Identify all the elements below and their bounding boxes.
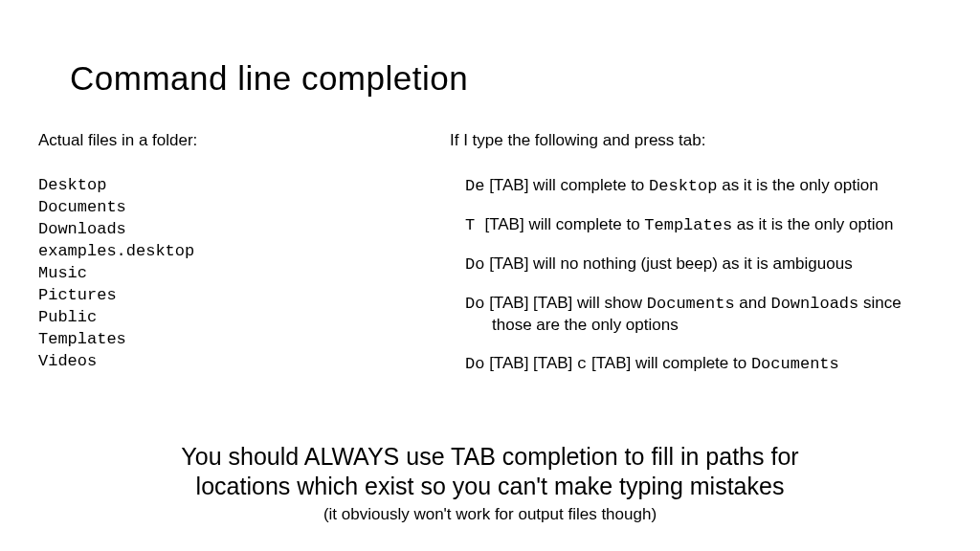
body-text: [TAB] will no nothing (just beep) as it … xyxy=(484,254,852,273)
body-text: since xyxy=(858,294,901,312)
file-item: examples.desktop xyxy=(38,241,421,263)
body-text: [TAB] will complete to xyxy=(484,215,644,233)
mono-text: Templates xyxy=(644,216,732,234)
slide-title: Command line completion xyxy=(70,59,468,98)
example-item: De [TAB] will complete to Desktop as it … xyxy=(450,175,957,197)
file-item: Pictures xyxy=(38,285,421,307)
file-item: Documents xyxy=(38,197,421,219)
examples-list: De [TAB] will complete to Desktop as it … xyxy=(450,175,957,376)
body-text: those are the only options xyxy=(492,316,679,334)
mono-text: Documents xyxy=(751,355,839,373)
mono-text: Do xyxy=(465,355,484,373)
mono-text: Do xyxy=(465,295,484,313)
body-text: [TAB] will complete to xyxy=(587,354,751,372)
mono-text: Downloads xyxy=(770,295,858,313)
body-text: [TAB] will complete to xyxy=(484,176,649,194)
example-item: Do [TAB] [TAB] will show Documents and D… xyxy=(450,293,957,336)
file-item: Templates xyxy=(38,329,421,351)
file-item: Videos xyxy=(38,351,421,373)
file-item: Public xyxy=(38,307,421,329)
body-text: [TAB] [TAB] xyxy=(484,354,577,372)
file-item: Music xyxy=(38,263,421,285)
file-item: Desktop xyxy=(38,175,421,197)
example-item: Do [TAB] will no nothing (just beep) as … xyxy=(450,253,957,276)
example-continuation: those are the only options xyxy=(465,315,957,336)
footer: You should ALWAYS use TAB completion to … xyxy=(0,442,980,525)
right-column: If I type the following and press tab: D… xyxy=(450,131,957,393)
mono-text: T xyxy=(465,216,484,234)
file-list: DesktopDocumentsDownloadsexamples.deskto… xyxy=(38,175,421,372)
footer-sub: (it obviously won't work for output file… xyxy=(0,505,980,524)
right-heading: If I type the following and press tab: xyxy=(450,131,957,150)
body-text: [TAB] [TAB] will show xyxy=(484,294,646,312)
footer-line-2: locations which exist so you can't make … xyxy=(0,472,980,501)
example-item: Do [TAB] [TAB] c [TAB] will complete to … xyxy=(450,353,957,375)
footer-line-1: You should ALWAYS use TAB completion to … xyxy=(0,442,980,472)
file-item: Downloads xyxy=(38,219,421,241)
mono-text: c xyxy=(577,355,587,373)
mono-text: Documents xyxy=(647,295,735,313)
mono-text: Desktop xyxy=(649,177,717,195)
example-item: T [TAB] will complete to Templates as it… xyxy=(450,214,957,236)
mono-text: Do xyxy=(465,255,484,274)
body-text: as it is the only option xyxy=(732,215,893,233)
left-heading: Actual files in a folder: xyxy=(38,131,421,150)
body-text: as it is the only option xyxy=(717,176,878,194)
body-text: and xyxy=(735,294,771,312)
left-column: Actual files in a folder: DesktopDocumen… xyxy=(38,131,421,372)
mono-text: De xyxy=(465,177,484,195)
